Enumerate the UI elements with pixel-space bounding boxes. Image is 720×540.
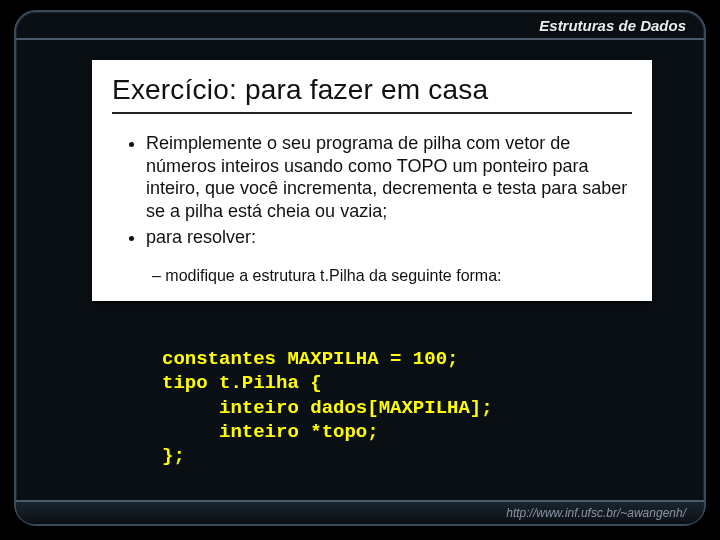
header-bar: Estruturas de Dados: [16, 12, 704, 40]
code-block: constantes MAXPILHA = 100; tipo t.Pilha …: [92, 347, 652, 469]
sub-bullet-wrap: modifique a estrutura t.Pilha da seguint…: [112, 267, 632, 285]
bullet-list: Reimplemente o seu programa de pilha com…: [112, 132, 632, 249]
bullet-item: para resolver:: [146, 226, 632, 249]
slide-frame: Estruturas de Dados Exercício: para faze…: [0, 0, 720, 540]
header-title: Estruturas de Dados: [539, 17, 686, 34]
bullet-item: Reimplemente o seu programa de pilha com…: [146, 132, 632, 222]
code-area: constantes MAXPILHA = 100; tipo t.Pilha …: [92, 347, 652, 469]
slide-title: Exercício: para fazer em casa: [112, 74, 632, 114]
footer-bar: http://www.inf.ufsc.br/~awangenh/: [16, 500, 704, 524]
sub-bullet: modifique a estrutura t.Pilha da seguint…: [152, 267, 632, 285]
footer-url: http://www.inf.ufsc.br/~awangenh/: [506, 506, 686, 520]
content-panel: Exercício: para fazer em casa Reimplemen…: [92, 60, 652, 301]
